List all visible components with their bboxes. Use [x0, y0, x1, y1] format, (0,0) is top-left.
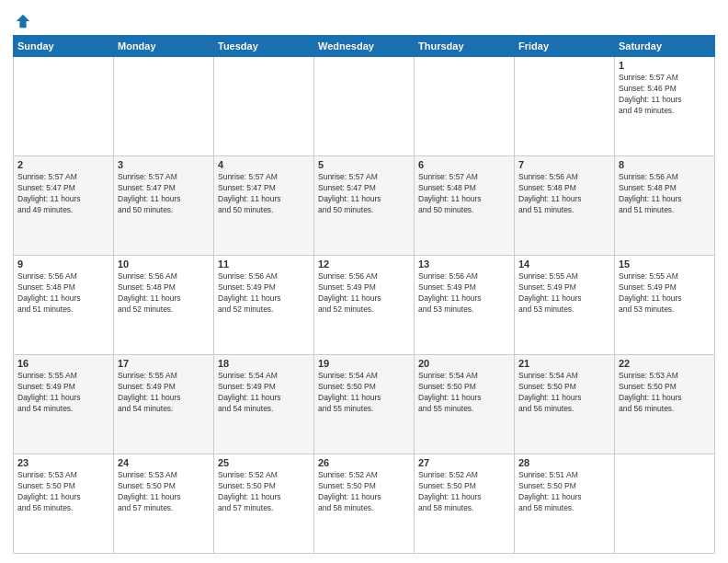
calendar-cell-0-6: 1Sunrise: 5:57 AM Sunset: 5:46 PM Daylig… [615, 57, 715, 156]
calendar-cell-4-1: 24Sunrise: 5:53 AM Sunset: 5:50 PM Dayli… [114, 454, 214, 554]
calendar-header-row: SundayMondayTuesdayWednesdayThursdayFrid… [14, 36, 715, 57]
day-info: Sunrise: 5:52 AM Sunset: 5:50 PM Dayligh… [218, 470, 310, 514]
calendar-cell-3-0: 16Sunrise: 5:55 AM Sunset: 5:49 PM Dayli… [14, 355, 114, 454]
calendar-cell-1-6: 8Sunrise: 5:56 AM Sunset: 5:48 PM Daylig… [615, 156, 715, 256]
calendar-week-2: 9Sunrise: 5:56 AM Sunset: 5:48 PM Daylig… [14, 256, 715, 355]
calendar-cell-4-3: 26Sunrise: 5:52 AM Sunset: 5:50 PM Dayli… [314, 454, 415, 554]
calendar-cell-2-4: 13Sunrise: 5:56 AM Sunset: 5:49 PM Dayli… [415, 256, 515, 355]
calendar-cell-4-0: 23Sunrise: 5:53 AM Sunset: 5:50 PM Dayli… [14, 454, 114, 554]
calendar-cell-1-2: 4Sunrise: 5:57 AM Sunset: 5:47 PM Daylig… [214, 156, 314, 256]
day-number: 7 [518, 159, 610, 170]
calendar-cell-3-4: 20Sunrise: 5:54 AM Sunset: 5:50 PM Dayli… [415, 355, 515, 454]
day-number: 13 [418, 259, 510, 270]
day-number: 2 [17, 159, 109, 170]
day-number: 25 [218, 457, 310, 468]
day-number: 19 [318, 358, 410, 369]
day-number: 20 [418, 358, 510, 369]
calendar-cell-1-1: 3Sunrise: 5:57 AM Sunset: 5:47 PM Daylig… [114, 156, 214, 256]
day-info: Sunrise: 5:57 AM Sunset: 5:47 PM Dayligh… [17, 172, 109, 216]
calendar-cell-3-6: 22Sunrise: 5:53 AM Sunset: 5:50 PM Dayli… [615, 355, 715, 454]
day-info: Sunrise: 5:51 AM Sunset: 5:50 PM Dayligh… [518, 470, 610, 514]
calendar-header-friday: Friday [515, 36, 615, 57]
calendar-cell-4-6 [615, 454, 715, 554]
day-info: Sunrise: 5:55 AM Sunset: 5:49 PM Dayligh… [118, 371, 210, 415]
day-number: 28 [518, 457, 610, 468]
day-info: Sunrise: 5:54 AM Sunset: 5:50 PM Dayligh… [318, 371, 410, 415]
calendar-cell-3-3: 19Sunrise: 5:54 AM Sunset: 5:50 PM Dayli… [314, 355, 415, 454]
calendar-table: SundayMondayTuesdayWednesdayThursdayFrid… [13, 35, 715, 554]
calendar-cell-1-5: 7Sunrise: 5:56 AM Sunset: 5:48 PM Daylig… [515, 156, 615, 256]
calendar-cell-3-5: 21Sunrise: 5:54 AM Sunset: 5:50 PM Dayli… [515, 355, 615, 454]
day-number: 22 [619, 358, 711, 369]
calendar-cell-1-4: 6Sunrise: 5:57 AM Sunset: 5:48 PM Daylig… [415, 156, 515, 256]
calendar-cell-2-1: 10Sunrise: 5:56 AM Sunset: 5:48 PM Dayli… [114, 256, 214, 355]
day-number: 15 [619, 259, 711, 270]
day-info: Sunrise: 5:57 AM Sunset: 5:47 PM Dayligh… [318, 172, 410, 216]
day-info: Sunrise: 5:56 AM Sunset: 5:49 PM Dayligh… [318, 271, 410, 316]
day-info: Sunrise: 5:56 AM Sunset: 5:48 PM Dayligh… [518, 172, 610, 216]
logo [13, 13, 31, 29]
header [13, 9, 715, 29]
day-info: Sunrise: 5:55 AM Sunset: 5:49 PM Dayligh… [619, 271, 711, 316]
calendar-week-3: 16Sunrise: 5:55 AM Sunset: 5:49 PM Dayli… [14, 355, 715, 454]
calendar-cell-0-5 [515, 57, 615, 156]
day-info: Sunrise: 5:54 AM Sunset: 5:49 PM Dayligh… [218, 371, 310, 415]
calendar-week-0: 1Sunrise: 5:57 AM Sunset: 5:46 PM Daylig… [14, 57, 715, 156]
day-number: 11 [218, 259, 310, 270]
calendar-header-wednesday: Wednesday [314, 36, 415, 57]
day-number: 6 [418, 159, 510, 170]
day-number: 4 [218, 159, 310, 170]
day-info: Sunrise: 5:55 AM Sunset: 5:49 PM Dayligh… [518, 271, 610, 316]
day-number: 16 [17, 358, 109, 369]
calendar-week-4: 23Sunrise: 5:53 AM Sunset: 5:50 PM Dayli… [14, 454, 715, 554]
calendar-cell-1-0: 2Sunrise: 5:57 AM Sunset: 5:47 PM Daylig… [14, 156, 114, 256]
calendar-cell-0-2 [214, 57, 314, 156]
day-number: 18 [218, 358, 310, 369]
day-number: 5 [318, 159, 410, 170]
day-number: 9 [17, 259, 109, 270]
day-number: 23 [17, 457, 109, 468]
calendar-cell-0-1 [114, 57, 214, 156]
calendar-header-sunday: Sunday [14, 36, 114, 57]
calendar-week-1: 2Sunrise: 5:57 AM Sunset: 5:47 PM Daylig… [14, 156, 715, 256]
day-info: Sunrise: 5:52 AM Sunset: 5:50 PM Dayligh… [418, 470, 510, 514]
day-info: Sunrise: 5:56 AM Sunset: 5:48 PM Dayligh… [118, 271, 210, 316]
calendar-cell-0-0 [14, 57, 114, 156]
calendar-cell-0-3 [314, 57, 415, 156]
calendar-cell-4-4: 27Sunrise: 5:52 AM Sunset: 5:50 PM Dayli… [415, 454, 515, 554]
page: SundayMondayTuesdayWednesdayThursdayFrid… [0, 0, 728, 563]
day-info: Sunrise: 5:54 AM Sunset: 5:50 PM Dayligh… [518, 371, 610, 415]
calendar-cell-1-3: 5Sunrise: 5:57 AM Sunset: 5:47 PM Daylig… [314, 156, 415, 256]
svg-marker-0 [17, 15, 29, 28]
calendar-cell-4-2: 25Sunrise: 5:52 AM Sunset: 5:50 PM Dayli… [214, 454, 314, 554]
day-info: Sunrise: 5:56 AM Sunset: 5:48 PM Dayligh… [619, 172, 711, 216]
day-info: Sunrise: 5:57 AM Sunset: 5:48 PM Dayligh… [418, 172, 510, 216]
day-number: 12 [318, 259, 410, 270]
calendar-header-thursday: Thursday [415, 36, 515, 57]
calendar-header-monday: Monday [114, 36, 214, 57]
calendar-header-tuesday: Tuesday [214, 36, 314, 57]
calendar-cell-2-5: 14Sunrise: 5:55 AM Sunset: 5:49 PM Dayli… [515, 256, 615, 355]
day-info: Sunrise: 5:57 AM Sunset: 5:46 PM Dayligh… [619, 73, 711, 117]
calendar-cell-0-4 [415, 57, 515, 156]
calendar-cell-4-5: 28Sunrise: 5:51 AM Sunset: 5:50 PM Dayli… [515, 454, 615, 554]
day-number: 26 [318, 457, 410, 468]
calendar-header-saturday: Saturday [615, 36, 715, 57]
day-number: 14 [518, 259, 610, 270]
day-number: 17 [118, 358, 210, 369]
day-info: Sunrise: 5:53 AM Sunset: 5:50 PM Dayligh… [619, 371, 711, 415]
day-number: 1 [619, 60, 711, 71]
day-number: 8 [619, 159, 711, 170]
day-info: Sunrise: 5:56 AM Sunset: 5:48 PM Dayligh… [17, 271, 109, 316]
day-number: 24 [118, 457, 210, 468]
day-info: Sunrise: 5:56 AM Sunset: 5:49 PM Dayligh… [418, 271, 510, 316]
day-number: 3 [118, 159, 210, 170]
calendar-cell-2-0: 9Sunrise: 5:56 AM Sunset: 5:48 PM Daylig… [14, 256, 114, 355]
day-info: Sunrise: 5:57 AM Sunset: 5:47 PM Dayligh… [118, 172, 210, 216]
day-info: Sunrise: 5:53 AM Sunset: 5:50 PM Dayligh… [118, 470, 210, 514]
day-number: 21 [518, 358, 610, 369]
logo-icon [15, 13, 31, 29]
calendar-cell-3-1: 17Sunrise: 5:55 AM Sunset: 5:49 PM Dayli… [114, 355, 214, 454]
day-info: Sunrise: 5:52 AM Sunset: 5:50 PM Dayligh… [318, 470, 410, 514]
calendar-cell-3-2: 18Sunrise: 5:54 AM Sunset: 5:49 PM Dayli… [214, 355, 314, 454]
